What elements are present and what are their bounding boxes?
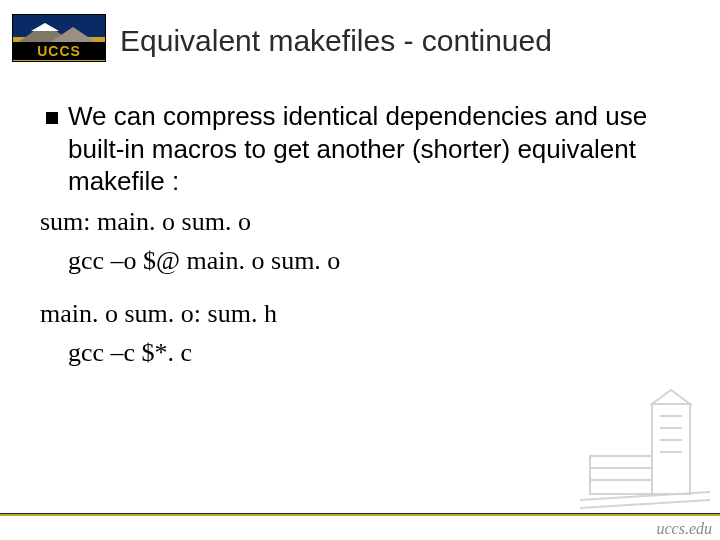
bullet-text: We can compress identical dependencies a… [68,101,647,196]
code-line-4: gcc –c $*. c [40,335,680,370]
code-line-1: sum: main. o sum. o [40,204,680,239]
svg-marker-1 [652,390,690,404]
slide-title: Equivalent makefiles - continued [120,24,700,58]
svg-line-9 [580,492,710,500]
svg-rect-6 [590,456,652,494]
bullet-1: We can compress identical dependencies a… [40,100,680,198]
code-line-3: main. o sum. o: sum. h [40,296,680,331]
slide: UCCS Equivalent makefiles - continued We… [0,0,720,540]
watermark-tower-icon [580,384,710,514]
logo-text: UCCS [13,42,105,60]
svg-rect-0 [652,404,690,494]
footer-brand: uccs.edu [656,520,712,538]
footer-divider [0,513,720,516]
slide-body: We can compress identical dependencies a… [40,100,680,370]
bullet-icon [46,112,58,124]
svg-line-10 [580,500,710,508]
code-line-2: gcc –o $@ main. o sum. o [40,243,680,278]
uccs-logo: UCCS [12,14,106,62]
